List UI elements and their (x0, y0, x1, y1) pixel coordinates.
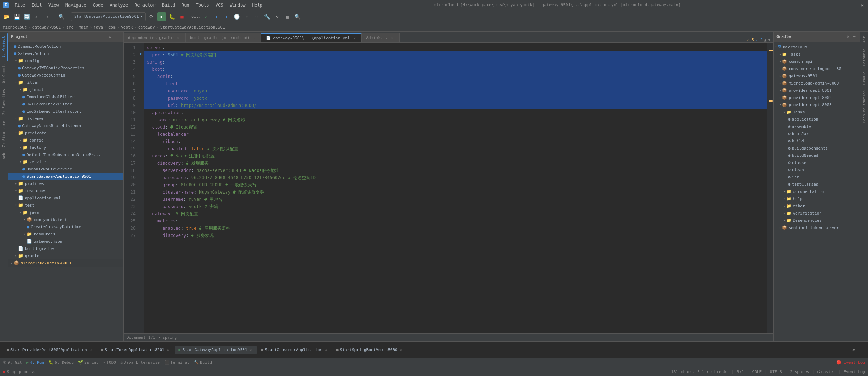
status-charset[interactable]: UTF-8 (770, 369, 782, 374)
toolbar-build2[interactable]: ⚒ (273, 12, 281, 21)
gradle-header-actions[interactable]: ⚙ – (845, 34, 857, 40)
menu-analyze[interactable]: Analyze (107, 2, 131, 8)
stop-process[interactable]: ■ Stop process (3, 369, 35, 374)
right-tab-ant[interactable]: Ant (861, 33, 868, 46)
tab-yml-close[interactable]: ✕ (352, 35, 357, 40)
gradle-item-application[interactable]: ⚙ application (774, 116, 860, 123)
toolbar-git-pull[interactable]: ↓ (222, 12, 231, 21)
window-controls[interactable]: ─ □ ✕ (842, 2, 865, 8)
run-bar-actions[interactable]: ⚙ – (851, 347, 865, 353)
toolbar-git-checkmark[interactable]: ✓ (202, 12, 210, 21)
status-spaces[interactable]: 2 spaces (790, 369, 809, 374)
action-debug[interactable]: 🐛 6: Debug (48, 360, 74, 365)
breadcrumb-main[interactable]: main (78, 25, 88, 30)
scroll-up-btn[interactable]: ▲ (764, 38, 767, 42)
menu-navigate[interactable]: Navigate (63, 2, 89, 8)
right-tab-gradle2[interactable]: Gradle (861, 69, 868, 87)
minimize-button[interactable]: ─ (842, 2, 848, 8)
left-tab-web[interactable]: Web (0, 150, 7, 162)
tree-item-default-time[interactable]: ● DefaultTimeSubsectionRoutePr... (8, 151, 123, 158)
close-button[interactable]: ✕ (859, 2, 865, 8)
menu-code[interactable]: Code (90, 2, 106, 8)
maximize-button[interactable]: □ (851, 2, 856, 8)
breadcrumb-microcloud[interactable]: microcloud (3, 25, 27, 30)
tree-item-dynamic-route-service[interactable]: ● DynamicRouteService (8, 165, 123, 173)
status-branch[interactable]: ⑆ master (817, 369, 835, 374)
tree-item-test-folder[interactable]: ▾ 📁 test (8, 202, 123, 209)
tab-dependencies-close[interactable]: ✕ (176, 35, 181, 40)
tree-item-nacos-config[interactable]: ● GatewayNacosConfig (8, 72, 123, 79)
gradle-item-consumer[interactable]: ▸ 📦 consumer-springboot-80 (774, 65, 860, 72)
gradle-settings-btn[interactable]: ⚙ (845, 34, 851, 40)
gradle-item-microcloud[interactable]: ▾ 🏗 microcloud (774, 43, 860, 51)
tab-build-close[interactable]: ✕ (252, 35, 257, 40)
run-tab-token-close[interactable]: ✕ (166, 348, 170, 352)
tree-item-filter-folder[interactable]: ▾ 📁 filter (8, 79, 123, 86)
breadcrumb-src[interactable]: src (66, 25, 73, 30)
toolbar-run-prev[interactable]: ⟳ (147, 12, 156, 21)
left-tab-structure[interactable]: Z: Structure (0, 118, 7, 150)
toolbar-refresh-btn[interactable]: 🔄 (22, 12, 31, 21)
breadcrumb-gateway2[interactable]: gateway (138, 25, 155, 30)
toolbar-search-btn[interactable]: 🔍 (57, 12, 65, 21)
gradle-item-dependencies[interactable]: ▸ 📁 Dependencies (774, 217, 860, 224)
gradle-item-tasks-sub[interactable]: ▾ 📁 Tasks (774, 108, 860, 116)
toolbar-back-btn[interactable]: ← (33, 12, 41, 21)
toolbar-clock[interactable]: 🕐 (232, 12, 241, 21)
status-event-log[interactable]: Event Log (843, 369, 865, 374)
project-tree[interactable]: ● DynamicRouteAction ● GatewayAction ▾ 📁… (8, 42, 123, 341)
gradle-item-common-api[interactable]: ▸ 📦 common-api (774, 58, 860, 65)
gradle-item-gateway-9501[interactable]: ▸ 📦 gateway-9501 (774, 72, 860, 79)
tree-item-resources-folder[interactable]: ▾ 📁 resources (8, 187, 123, 194)
scroll-down-btn[interactable]: ▼ (768, 38, 770, 42)
tree-item-global-folder[interactable]: ▾ 📁 global (8, 86, 123, 93)
run-tab-gateway-9501[interactable]: StartGatewayApplication9501 ✕ (175, 346, 257, 354)
toolbar-forward-btn[interactable]: → (43, 12, 51, 21)
action-run[interactable]: ▶ 4: Run (26, 360, 44, 365)
toolbar-save-btn[interactable]: 💾 (12, 12, 21, 21)
gradle-item-documentation[interactable]: ▸ 📁 documentation (774, 188, 860, 195)
toolbar-find2[interactable]: 🔍 (293, 12, 302, 21)
toolbar-debug-btn[interactable]: 🐛 (167, 12, 176, 21)
gradle-item-other[interactable]: ▸ 📁 other (774, 202, 860, 209)
menu-refactor[interactable]: Refactor (132, 2, 158, 8)
gradle-item-provider-8003[interactable]: ▾ 📦 provider-dept-8003 (774, 101, 860, 108)
tree-item-gradle-folder[interactable]: ▸ 📁 gradle (8, 252, 123, 259)
toolbar-layout[interactable]: ▦ (283, 12, 292, 21)
gradle-item-bootjar[interactable]: ⚙ bootJar (774, 130, 860, 137)
tree-item-gateway-json[interactable]: 📄 gateway.json (8, 238, 123, 245)
tab-dependencies[interactable]: dependencies.gradle ✕ (124, 33, 186, 42)
gradle-item-tasks[interactable]: ▸ 📁 Tasks (774, 51, 860, 58)
gradle-item-provider-8001[interactable]: ▸ 📦 provider-dept-8001 (774, 87, 860, 94)
tree-item-factory-folder[interactable]: ▾ 📁 factory (8, 144, 123, 151)
left-tab-commit[interactable]: 0: Commit (0, 61, 7, 86)
menu-run[interactable]: Run (179, 2, 192, 8)
tree-item-config-folder[interactable]: ▾ 📁 config (8, 57, 123, 64)
run-tab-provider-8002[interactable]: ● StartProviderDept8002Application ✕ (3, 346, 97, 354)
run-tab-springboot-admin[interactable]: ● StartSpringBootAdmin8000 ✕ (332, 346, 407, 354)
tree-item-com-yootk-test[interactable]: ▾ 📦 com.yootk.test (8, 216, 123, 223)
gradle-item-clean[interactable]: ⚙ clean (774, 166, 860, 173)
tree-item-application-yml[interactable]: 📄 application.yml (8, 194, 123, 202)
gradle-item-jar[interactable]: ⚙ jar (774, 173, 860, 181)
run-tab-springboot-close[interactable]: ✕ (399, 348, 403, 352)
menu-tools[interactable]: Tools (193, 2, 212, 8)
menu-help[interactable]: Help (249, 2, 265, 8)
gradle-item-build-needed[interactable]: ⚙ buildNeeded (774, 152, 860, 159)
left-tab-project[interactable]: 1: Project (0, 33, 8, 61)
run-tab-consumer-close[interactable]: ✕ (324, 348, 328, 352)
toolbar-git-push[interactable]: ↑ (212, 12, 221, 21)
panel-minimize-btn[interactable]: – (114, 34, 120, 40)
tab-build-gradle[interactable]: build.gradle (microcloud) ✕ (186, 33, 262, 42)
menu-bar[interactable]: File Edit View Navigate Code Analyze Ref… (12, 2, 265, 8)
menu-view[interactable]: View (46, 2, 62, 8)
tab-admin[interactable]: AdminS... ✕ (362, 33, 400, 42)
tab-admin-close[interactable]: ✕ (390, 35, 395, 40)
action-spring[interactable]: 🌱 Spring (78, 360, 99, 365)
menu-file[interactable]: File (12, 2, 28, 8)
breadcrumb-startgateway[interactable]: StartGatewayApplication9501 (160, 25, 225, 30)
toolbar-wrench[interactable]: 🔧 (263, 12, 271, 21)
run-minimize-btn[interactable]: – (859, 347, 865, 353)
tree-item-microcloud-admin[interactable]: ▸ 📦 microcloud-admin-8000 (8, 259, 123, 267)
tree-item-jwt-check-filter[interactable]: ● JWTTokenCheckFilter (8, 100, 123, 108)
